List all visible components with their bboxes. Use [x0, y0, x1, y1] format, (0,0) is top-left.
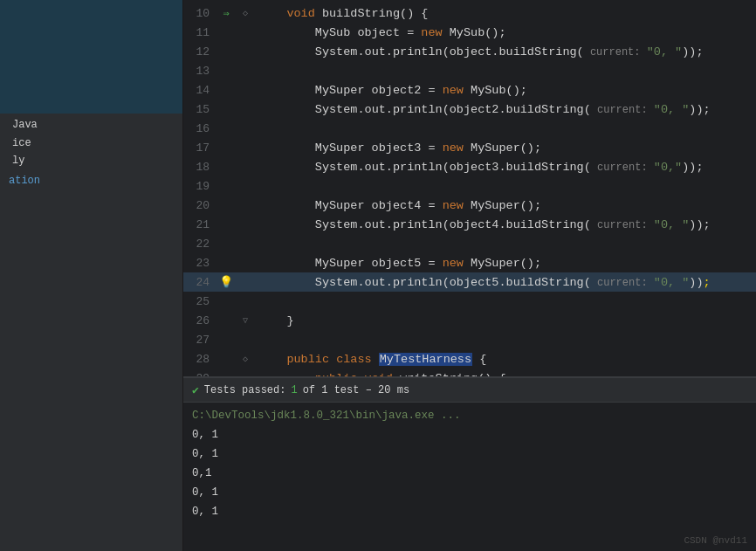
table-row: 23 MySuper object5 = new MySuper();	[183, 253, 756, 272]
sidebar: Java ice ly ation	[0, 0, 183, 551]
line-content: MySub object = new MySub();	[255, 26, 756, 39]
table-row: 11 MySub object = new MySub();	[183, 23, 756, 42]
line-number: 10	[183, 7, 216, 20]
table-row: 18 System.out.println(object3.buildStrin…	[183, 157, 756, 176]
line-number: 29	[183, 372, 216, 377]
test-label: Tests passed:	[204, 384, 286, 396]
table-row: 17 MySuper object3 = new MySuper();	[183, 138, 756, 157]
sidebar-item-ation[interactable]: ation	[0, 169, 182, 192]
line-number: 21	[183, 218, 216, 231]
console-output-5: 0, 1	[192, 506, 218, 518]
fold-icon[interactable]: ▽	[236, 315, 255, 326]
line-content: MySuper object4 = new MySuper();	[255, 199, 756, 212]
line-number: 17	[183, 141, 216, 155]
test-detail: of 1 test – 20 ms	[303, 384, 409, 396]
table-row: 20 MySuper object4 = new MySuper();	[183, 196, 756, 215]
sidebar-item-ly[interactable]: ly	[0, 152, 182, 169]
list-item: 0, 1	[183, 502, 756, 521]
fold-icon2[interactable]: ◇	[236, 354, 255, 364]
line-number: 14	[183, 84, 216, 97]
line-content: }	[255, 314, 756, 327]
line-number: 25	[183, 295, 216, 308]
table-row: 12 System.out.println(object.buildString…	[183, 42, 756, 61]
sidebar-item-java[interactable]: Java	[0, 114, 182, 134]
sidebar-top	[0, 0, 182, 114]
table-row: 10 ⇒ ◇ void buildString() {	[183, 3, 756, 23]
editor-area: 10 ⇒ ◇ void buildString() { 11 MySub obj…	[183, 0, 756, 551]
code-lines: 10 ⇒ ◇ void buildString() { 11 MySub obj…	[183, 0, 756, 376]
line-content: MySuper object3 = new MySuper();	[255, 141, 756, 155]
table-row: 16	[183, 119, 756, 138]
test-check-icon: ✔	[192, 383, 199, 397]
line-number: 26	[183, 314, 216, 327]
line-number: 13	[183, 65, 216, 78]
table-row: 29 public void writeString() {	[183, 368, 756, 376]
test-count: 1	[291, 384, 297, 396]
line-number: 24	[183, 276, 216, 289]
line-number: 19	[183, 180, 216, 193]
table-row: 28 ◇ public class MyTestHarness {	[183, 349, 756, 368]
list-item: 0, 1	[183, 425, 756, 444]
console-cmd-text: C:\DevTools\jdk1.8.0_321\bin\java.exe ..…	[192, 410, 461, 422]
line-content: void buildString() {	[255, 7, 756, 20]
line-number: 16	[183, 122, 216, 135]
table-row: 27	[183, 330, 756, 349]
line-number: 28	[183, 353, 216, 366]
watermark: CSDN @nvd11	[684, 535, 747, 546]
console-command: C:\DevTools\jdk1.8.0_321\bin\java.exe ..…	[183, 406, 756, 425]
line-content: public void writeString() {	[255, 372, 756, 377]
table-row: 19	[183, 176, 756, 196]
line-number: 11	[183, 26, 216, 39]
table-row: 14 MySuper object2 = new MySub();	[183, 80, 756, 100]
line-gutter: ⇒	[216, 7, 236, 20]
console-output-4: 0, 1	[192, 486, 218, 499]
bottom-panel: ✔ Tests passed: 1 of 1 test – 20 ms C:\D…	[183, 376, 756, 551]
code-editor[interactable]: 10 ⇒ ◇ void buildString() { 11 MySub obj…	[183, 0, 756, 376]
table-row: 21 System.out.println(object4.buildStrin…	[183, 215, 756, 234]
console-output-1: 0, 1	[192, 429, 218, 441]
line-number: 23	[183, 257, 216, 270]
line-number: 15	[183, 103, 216, 116]
line-number: 12	[183, 45, 216, 59]
table-row: 26 ▽ }	[183, 311, 756, 330]
line-content: System.out.println(object.buildString( c…	[255, 45, 756, 59]
table-row: 15 System.out.println(object2.buildStrin…	[183, 100, 756, 119]
line-content: MySuper object2 = new MySub();	[255, 84, 756, 97]
test-status-bar: ✔ Tests passed: 1 of 1 test – 20 ms	[183, 378, 756, 403]
line-content: System.out.println(object2.buildString( …	[255, 103, 756, 116]
line-number: 20	[183, 199, 216, 212]
line-content: System.out.println(object4.buildString( …	[255, 218, 756, 231]
list-item: 0, 1	[183, 444, 756, 464]
line-number: 18	[183, 161, 216, 174]
console-area[interactable]: C:\DevTools\jdk1.8.0_321\bin\java.exe ..…	[183, 403, 756, 551]
line-content: System.out.println(object3.buildString( …	[255, 161, 756, 174]
line-number: 22	[183, 238, 216, 251]
console-output-2: 0, 1	[192, 448, 218, 460]
line-content: public class MyTestHarness {	[255, 353, 756, 366]
console-output-3: 0,1	[192, 467, 212, 479]
line-content: System.out.println(object5.buildString( …	[255, 276, 756, 289]
line-gutter2: ◇	[236, 8, 255, 18]
line-number: 27	[183, 334, 216, 347]
line-content: MySuper object5 = new MySuper();	[255, 257, 756, 270]
table-row: 24 💡 System.out.println(object5.buildStr…	[183, 272, 756, 292]
list-item: 0,1	[183, 464, 756, 483]
table-row: 25	[183, 292, 756, 311]
list-item: 0, 1	[183, 483, 756, 502]
table-row: 22	[183, 234, 756, 253]
sidebar-item-ice[interactable]: ice	[0, 134, 182, 152]
bulb-icon[interactable]: 💡	[216, 275, 236, 289]
table-row: 13	[183, 61, 756, 80]
